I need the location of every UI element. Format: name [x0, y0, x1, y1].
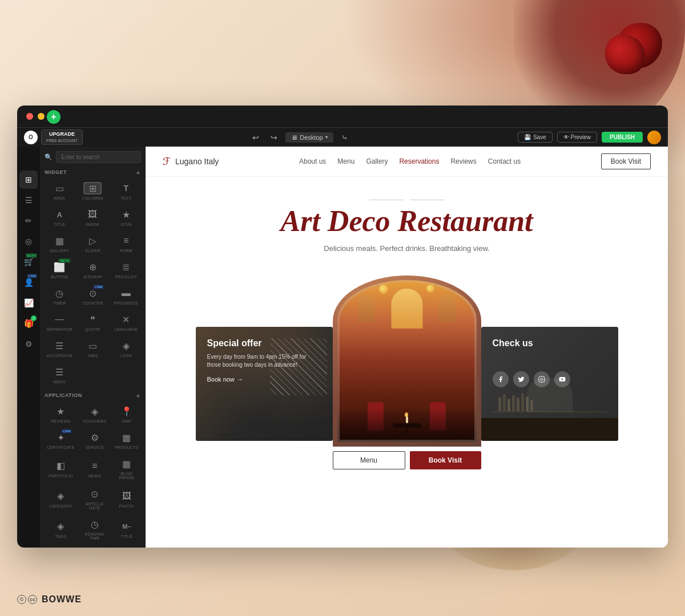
widget-area[interactable]: ▭ AREA	[43, 179, 75, 204]
widget-gallery[interactable]: ▦ GALLERY	[43, 231, 75, 256]
widget-section-header[interactable]: WIDGET ▲	[40, 165, 146, 177]
widget-logo[interactable]: ◈ LOGO	[110, 336, 142, 361]
publish-button[interactable]: PUBLISH	[602, 132, 643, 143]
progress-icon: ▬	[117, 287, 135, 299]
app-article-date[interactable]: ⊙ ARTICLE DATE	[79, 484, 110, 513]
save-button[interactable]: 💾 Save	[518, 132, 553, 143]
sidebar-icon-design[interactable]: ✏	[19, 212, 38, 230]
sidebar-icon-widgets[interactable]: ⊞	[19, 171, 38, 189]
share-button[interactable]: ⤷	[338, 131, 352, 144]
nav-about[interactable]: About us	[299, 157, 326, 165]
widget-separator[interactable]: — SEPARATOR	[43, 310, 75, 335]
widget-progress[interactable]: ▬ PROGRESS	[110, 283, 142, 309]
sidebar-icon-gifts[interactable]: 🎁 1	[19, 314, 38, 333]
widget-button[interactable]: ⬜ BETA BUTTON	[43, 257, 75, 282]
app-service[interactable]: ⚙ SERVICE	[79, 428, 110, 453]
app-news[interactable]: ≡ NEWS	[79, 454, 110, 483]
widget-counter[interactable]: ⊙ CRM COUNTER	[76, 283, 108, 309]
app-certificate[interactable]: ✦ CRM CERTIFICATE	[43, 428, 78, 453]
image-icon: 🖼	[83, 208, 102, 221]
undo-button[interactable]: ↩	[249, 131, 263, 144]
reviews-icon: ★	[51, 405, 70, 418]
website-canvas: ℱ Lugano Italy About us Menu Gallery Res…	[146, 147, 668, 548]
card-right-content: Check us	[481, 327, 618, 441]
browser-window: O UPGRADE FREE ACCOUNT ↩ ↪ 🖥 Desktop ▾ ⤷…	[17, 106, 668, 548]
tabs-icon: ▭	[83, 339, 102, 352]
menu-button[interactable]: Menu	[333, 451, 405, 469]
site-nav-links: About us Menu Gallery Reservations Revie…	[299, 157, 521, 165]
widget-accordion[interactable]: ☰ ACCORDION	[43, 336, 75, 361]
close-dot[interactable]	[26, 113, 33, 120]
sidebar-icon-analytics[interactable]: 📈	[19, 294, 38, 312]
app-portfolio[interactable]: ◧ PORTFOLIO	[43, 454, 78, 483]
sidebar-icon-crm[interactable]: 👤 CRM	[19, 273, 38, 291]
app-title-icon: M–	[118, 520, 136, 533]
widget-columns[interactable]: ⊞ COLUMNS	[76, 179, 108, 204]
nav-gallery[interactable]: Gallery	[366, 157, 388, 165]
app-category[interactable]: ◈ CATEGORY	[43, 484, 78, 513]
special-offer-title: Special offer	[207, 338, 321, 348]
preview-button[interactable]: 👁 Preview	[557, 132, 597, 143]
nav-menu[interactable]: Menu	[337, 157, 354, 165]
widget-pricelist[interactable]: ≣ PRICELIST	[110, 257, 142, 282]
nav-contact[interactable]: Contact us	[488, 157, 521, 165]
facebook-icon[interactable]	[493, 371, 509, 387]
nav-reservations[interactable]: Reservations	[399, 157, 439, 165]
app-title[interactable]: M– TITLE	[111, 514, 142, 544]
sitemap-icon: ⊕	[83, 261, 102, 273]
app-map[interactable]: 📍 MAP	[111, 402, 142, 427]
twitter-icon[interactable]	[513, 371, 529, 387]
user-avatar[interactable]	[647, 131, 661, 144]
widget-menu[interactable]: ☰ MENU	[43, 362, 75, 387]
minimize-dot[interactable]	[38, 113, 45, 120]
app-reading-time[interactable]: ◷ READING TIME	[79, 514, 110, 544]
site-nav: ℱ Lugano Italy About us Menu Gallery Res…	[146, 147, 668, 177]
sidebar-icon-pages[interactable]: ☰	[19, 191, 38, 209]
app-products[interactable]: ▦ PRODUCTS	[111, 428, 142, 453]
service-icon: ⚙	[86, 431, 104, 444]
widget-text[interactable]: T TEXT	[110, 179, 142, 204]
widget-section-chevron: ▲	[135, 169, 141, 175]
sidebar-icon-cart[interactable]: 🛒 BETA	[19, 253, 38, 271]
book-visit-button[interactable]: Book Visit	[410, 451, 481, 469]
book-now-link[interactable]: Book now →	[207, 376, 321, 383]
vouchers-icon: ◈	[86, 405, 104, 418]
widget-icon[interactable]: ★ ICON	[110, 205, 142, 230]
nav-reviews[interactable]: Reviews	[450, 157, 476, 165]
youtube-icon[interactable]	[554, 371, 570, 387]
text-icon: T	[117, 182, 135, 194]
hero-title: Art Deco Restaurant	[163, 205, 651, 237]
upgrade-badge[interactable]: UPGRADE FREE ACCOUNT	[41, 129, 83, 145]
widget-sitemap[interactable]: ⊕ SITEMAP	[76, 257, 108, 282]
widget-slider[interactable]: ▷ SLIDER	[76, 231, 108, 256]
website-content: ℱ Lugano Italy About us Menu Gallery Res…	[146, 147, 668, 548]
widget-timer[interactable]: ◷ TIMER	[43, 283, 75, 309]
app-vouchers[interactable]: ◈ VOUCHERS	[79, 402, 110, 427]
application-section-header[interactable]: APPLICATION ▲	[40, 388, 146, 400]
widget-language[interactable]: ✕ LANGUAGE	[110, 310, 142, 335]
app-breadcrumb[interactable]: ▷ BREADCRUMB	[43, 545, 78, 548]
widget-image[interactable]: 🖼 IMAGE	[76, 205, 108, 230]
menu-icon: ☰	[50, 366, 68, 378]
widget-quote[interactable]: ❝ QUOTE	[76, 310, 108, 335]
sidebar-icon-settings[interactable]: ⚙	[19, 335, 38, 353]
widget-tabs[interactable]: ▭ TABS	[76, 336, 108, 361]
app-blog-range[interactable]: ▦ BLOG RANGE	[111, 454, 142, 483]
instagram-icon[interactable]	[534, 371, 550, 387]
hero-subtitle: Delicious meals. Perfect drinks. Breatht…	[163, 244, 651, 253]
blog-range-icon: ▦	[118, 457, 136, 470]
app-tags[interactable]: ◈ TAGS	[43, 514, 78, 544]
widget-title[interactable]: A TITLE	[43, 205, 75, 230]
separator-icon: —	[50, 313, 68, 326]
device-selector[interactable]: 🖥 Desktop ▾	[285, 132, 333, 143]
search-input[interactable]	[56, 151, 141, 163]
widget-form[interactable]: ≡ FORM	[110, 231, 142, 256]
bowwe-logo: BOWWE	[42, 594, 82, 605]
sidebar-panel: 🔍 WIDGET ▲ ▭ AREA ⊞ COLUMNS T TEX	[40, 147, 146, 548]
center-card-buttons: Menu Book Visit	[333, 451, 481, 469]
app-reviews[interactable]: ★ REVIEWS	[43, 402, 78, 427]
nav-book-button[interactable]: Book Visit	[601, 153, 651, 169]
sidebar-icon-seo[interactable]: ◎	[19, 232, 38, 250]
redo-button[interactable]: ↪	[267, 131, 281, 144]
app-photo[interactable]: 🖼 PHOTO	[111, 484, 142, 513]
